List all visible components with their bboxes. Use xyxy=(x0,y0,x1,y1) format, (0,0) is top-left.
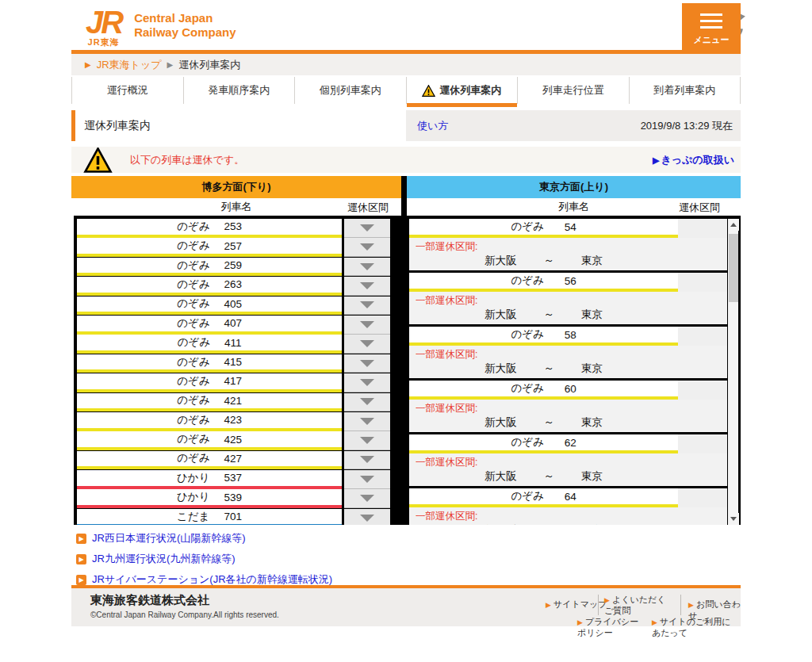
chevron-down-icon xyxy=(360,437,374,444)
down-name-column-label: 列車名 xyxy=(221,200,252,214)
tab-suspended-trains[interactable]: 運休列車案内 xyxy=(407,77,519,104)
company-name-english: Central Japan Railway Company xyxy=(134,11,236,40)
section-to-station: 東京 xyxy=(581,469,603,484)
expand-section-button[interactable] xyxy=(344,238,390,257)
footer-link-faq[interactable]: ▶よくいただくご質問 xyxy=(604,595,671,616)
train-number: 411 xyxy=(224,337,242,349)
train-type: のぞみ xyxy=(177,355,209,369)
expand-section-button[interactable] xyxy=(344,316,390,335)
train-number: 60 xyxy=(565,383,576,395)
train-type: のぞみ xyxy=(177,393,209,408)
breadcrumb-arrow-icon: ▶ xyxy=(85,60,91,69)
tab-operation-overview[interactable]: 運行概況 xyxy=(72,77,184,104)
jr-central-logo[interactable]: JR JR東海 Central Japan Railway Company xyxy=(86,6,236,48)
expand-section-button[interactable] xyxy=(344,258,390,277)
scrollbar-up-arrow[interactable] xyxy=(728,219,739,231)
expand-section-button[interactable] xyxy=(344,335,390,354)
section-from-station: 新大阪 xyxy=(485,362,517,376)
breadcrumb-home-link[interactable]: JR東海トップ xyxy=(97,58,162,72)
section-from-station: 新大阪 xyxy=(485,523,517,525)
train-type: のぞみ xyxy=(511,220,543,234)
expand-section-button[interactable] xyxy=(344,393,390,412)
up-list-scrollbar[interactable] xyxy=(727,219,738,525)
link-arrow-icon: ▶ xyxy=(652,618,657,626)
down-train-row: ひかり 537 xyxy=(77,470,394,489)
nav-tabs: 運行概況 発車順序案内 個別列車案内 運休列車案内 列車走行位置 到着列車案内 xyxy=(71,77,741,104)
train-type: ひかり xyxy=(177,471,209,485)
expand-section-button[interactable] xyxy=(344,412,390,431)
expand-section-button[interactable] xyxy=(344,451,390,470)
partial-suspension-label: 一部運休区間: xyxy=(416,294,477,308)
link-arrow-icon: ▶ xyxy=(546,601,551,609)
section-to-station: 東京 xyxy=(581,415,603,430)
expand-section-button[interactable] xyxy=(344,509,390,525)
menu-button[interactable]: メニュー xyxy=(682,3,741,54)
chevron-down-icon xyxy=(360,495,374,502)
chevron-down-icon xyxy=(360,301,374,308)
up-train-entry: のぞみ 56 一部運休区間: 新大阪 ～ 東京 xyxy=(409,273,727,324)
link-jr-west-status[interactable]: ▶ JR西日本運行状況(山陽新幹線等) xyxy=(76,531,552,545)
ticket-handling-link[interactable]: ▶きっぷの取扱い xyxy=(653,153,734,167)
expand-section-button[interactable] xyxy=(344,489,390,508)
expand-section-button[interactable] xyxy=(344,354,390,373)
tab-arrival-info[interactable]: 到着列車案内 xyxy=(630,77,741,104)
down-train-row: のぞみ 263 xyxy=(77,277,394,296)
direction-headers: 博多方面(下り) 東京方面(上り) xyxy=(71,176,741,198)
tab-departure-order[interactable]: 発車順序案内 xyxy=(184,77,296,104)
down-train-row: のぞみ 417 xyxy=(77,373,394,392)
expand-section-button[interactable] xyxy=(344,373,390,392)
train-number: 263 xyxy=(224,278,242,290)
down-section-column-label: 運休区間 xyxy=(347,201,389,215)
scrollbar-down-arrow[interactable] xyxy=(728,513,739,525)
chevron-down-icon xyxy=(360,282,374,289)
expand-section-button[interactable] xyxy=(344,277,390,296)
tab-individual-train[interactable]: 個別列車案内 xyxy=(295,77,407,104)
train-number: 539 xyxy=(224,492,242,503)
breadcrumb-current: 運休列車案内 xyxy=(178,58,240,72)
down-train-row: のぞみ 427 xyxy=(77,451,394,470)
section-from-station: 新大阪 xyxy=(485,308,517,322)
up-name-column-label: 列車名 xyxy=(558,200,589,214)
train-type: のぞみ xyxy=(511,274,543,288)
link-arrow-icon: ▶ xyxy=(604,596,610,604)
train-number: 253 xyxy=(224,220,242,232)
chevron-down-icon xyxy=(360,321,374,328)
footer-link-site-terms[interactable]: ▶サイトのご利用にあたって xyxy=(652,617,733,638)
train-number: 421 xyxy=(224,395,242,407)
train-type: のぞみ xyxy=(177,316,209,331)
section-tilde: ～ xyxy=(544,469,555,484)
page-title: 運休列車案内 xyxy=(84,119,151,133)
expand-section-button[interactable] xyxy=(344,219,390,238)
partial-suspension-label: 一部運休区間: xyxy=(416,348,477,362)
section-from-station: 新大阪 xyxy=(485,415,517,430)
expand-section-button[interactable] xyxy=(344,297,390,316)
partial-suspension-label: 一部運休区間: xyxy=(416,402,477,415)
link-arrow-icon: ▶ xyxy=(577,618,583,626)
up-train-list: のぞみ 54 一部運休区間: 新大阪 ～ 東京 のぞみ 56 一部運休区間: 新… xyxy=(409,219,727,525)
section-tilde: ～ xyxy=(544,254,555,268)
section-tilde: ～ xyxy=(544,308,555,322)
header-down-direction: 博多方面(下り) xyxy=(71,176,401,198)
train-lists-container: のぞみ 253 のぞみ 257 のぞみ 259 のぞみ 263 xyxy=(74,216,741,525)
usage-link[interactable]: 使い方 xyxy=(417,119,448,133)
link-jr-kyushu-status[interactable]: ▶ JR九州運行状況(九州新幹線等) xyxy=(76,552,552,566)
site-header: JR JR東海 Central Japan Railway Company メニ… xyxy=(71,0,741,50)
expand-section-button[interactable] xyxy=(344,431,390,450)
train-number: 56 xyxy=(565,275,576,287)
warning-icon xyxy=(83,147,113,173)
warning-icon xyxy=(422,85,435,97)
train-type: のぞみ xyxy=(177,239,209,253)
down-train-list: のぞみ 253 のぞみ 257 のぞみ 259 のぞみ 263 xyxy=(77,219,394,525)
tab-train-position[interactable]: 列車走行位置 xyxy=(518,77,630,104)
train-type: ひかり xyxy=(177,490,209,504)
scrollbar-thumb[interactable] xyxy=(729,234,738,302)
footer-link-privacy-policy[interactable]: ▶プライバシーポリシー xyxy=(577,617,644,638)
train-type: のぞみ xyxy=(178,335,210,350)
section-from-station: 新大阪 xyxy=(485,469,517,484)
down-train-row: のぞみ 411 xyxy=(77,335,394,354)
footer-copyright: ©Central Japan Railway Company.All right… xyxy=(90,610,279,619)
expand-section-button[interactable] xyxy=(344,470,390,489)
up-section-column-label: 運休区間 xyxy=(679,201,720,215)
jr-logo-mark: JR xyxy=(86,6,121,38)
train-type: のぞみ xyxy=(511,489,543,503)
